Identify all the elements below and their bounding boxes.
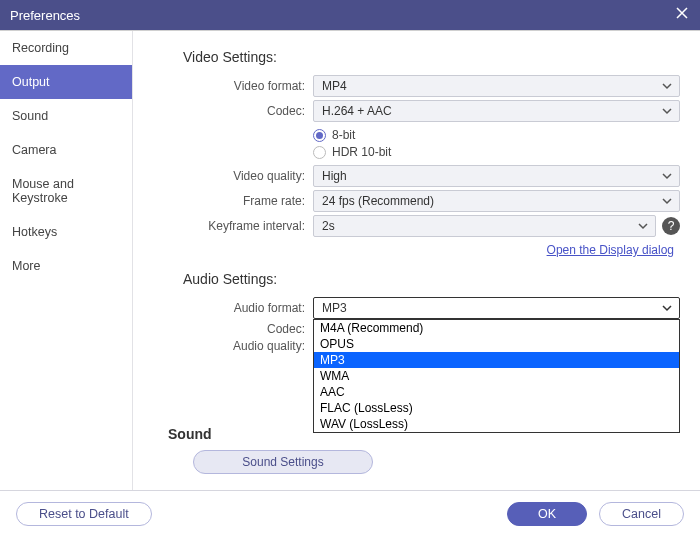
radio-icon — [313, 146, 326, 159]
sidebar-item-mouse-keystroke[interactable]: Mouse and Keystroke — [0, 167, 132, 215]
help-icon[interactable]: ? — [662, 217, 680, 235]
chevron-down-icon — [661, 302, 673, 317]
open-display-dialog-link[interactable]: Open the Display dialog — [547, 243, 674, 257]
frame-rate-dropdown[interactable]: 24 fps (Recommend) — [313, 190, 680, 212]
audio-quality-label: Audio quality: — [163, 339, 313, 353]
audio-format-option[interactable]: M4A (Recommend) — [314, 320, 679, 336]
audio-format-option[interactable]: WAV (LossLess) — [314, 416, 679, 432]
video-codec-dropdown[interactable]: H.264 + AAC — [313, 100, 680, 122]
audio-format-options: M4A (Recommend) OPUS MP3 WMA AAC FLAC (L… — [313, 319, 680, 433]
ok-button[interactable]: OK — [507, 502, 587, 526]
window-title: Preferences — [10, 8, 80, 23]
audio-format-option[interactable]: FLAC (LossLess) — [314, 400, 679, 416]
titlebar: Preferences — [0, 0, 700, 30]
video-settings-heading: Video Settings: — [183, 49, 680, 65]
chevron-down-icon — [661, 170, 673, 185]
audio-format-option[interactable]: WMA — [314, 368, 679, 384]
video-quality-dropdown[interactable]: High — [313, 165, 680, 187]
footer: Reset to Default OK Cancel — [0, 490, 700, 536]
close-icon[interactable] — [674, 5, 690, 26]
bit-depth-8-radio[interactable]: 8-bit — [313, 128, 680, 142]
body: Recording Output Sound Camera Mouse and … — [0, 30, 700, 490]
keyframe-interval-label: Keyframe interval: — [163, 219, 313, 233]
content: Video Settings: Video format: MP4 Codec:… — [133, 31, 700, 490]
audio-format-option[interactable]: AAC — [314, 384, 679, 400]
audio-settings-heading: Audio Settings: — [183, 271, 680, 287]
video-format-dropdown[interactable]: MP4 — [313, 75, 680, 97]
radio-icon — [313, 129, 326, 142]
audio-format-label: Audio format: — [163, 301, 313, 315]
reset-to-default-button[interactable]: Reset to Default — [16, 502, 152, 526]
chevron-down-icon — [661, 80, 673, 95]
cancel-button[interactable]: Cancel — [599, 502, 684, 526]
chevron-down-icon — [637, 220, 649, 235]
frame-rate-label: Frame rate: — [163, 194, 313, 208]
sidebar-item-recording[interactable]: Recording — [0, 31, 132, 65]
bit-depth-hdr10-radio[interactable]: HDR 10-bit — [313, 145, 680, 159]
sidebar-item-sound[interactable]: Sound — [0, 99, 132, 133]
audio-format-option[interactable]: MP3 — [314, 352, 679, 368]
audio-format-option[interactable]: OPUS — [314, 336, 679, 352]
video-format-label: Video format: — [163, 79, 313, 93]
sidebar-item-hotkeys[interactable]: Hotkeys — [0, 215, 132, 249]
video-codec-label: Codec: — [163, 104, 313, 118]
sidebar-item-camera[interactable]: Camera — [0, 133, 132, 167]
video-quality-label: Video quality: — [163, 169, 313, 183]
sidebar: Recording Output Sound Camera Mouse and … — [0, 31, 133, 490]
sidebar-item-output[interactable]: Output — [0, 65, 132, 99]
sidebar-item-more[interactable]: More — [0, 249, 132, 283]
audio-format-dropdown[interactable]: MP3 — [313, 297, 680, 319]
keyframe-interval-dropdown[interactable]: 2s — [313, 215, 656, 237]
chevron-down-icon — [661, 105, 673, 120]
chevron-down-icon — [661, 195, 673, 210]
audio-codec-label: Codec: — [163, 322, 313, 336]
sound-settings-button[interactable]: Sound Settings — [193, 450, 373, 474]
